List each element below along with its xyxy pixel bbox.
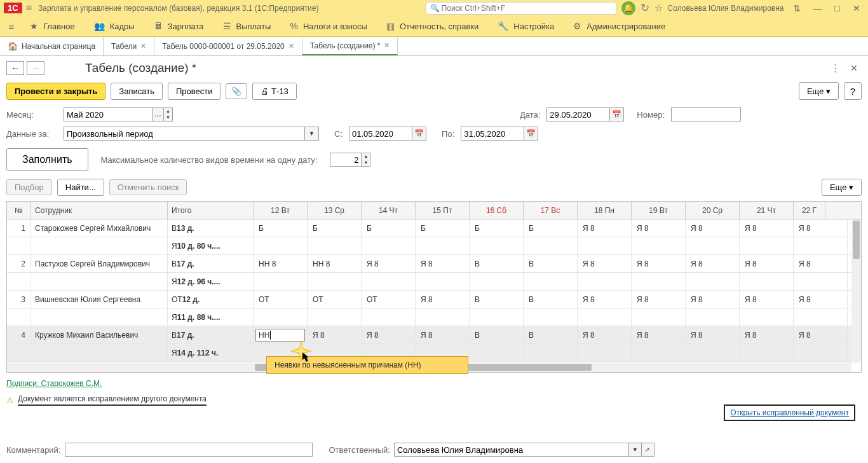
minimize-button[interactable]: — [810,3,826,13]
day-cell[interactable]: Я 8 [686,255,740,272]
filter-icon[interactable]: ⇅ [789,3,804,13]
vertical-scrollbar[interactable] [851,219,861,363]
employee-cell[interactable]: Кружков Михаил Васильевич [31,326,168,343]
day-cell[interactable]: В [524,326,578,343]
responsible-input[interactable] [394,443,629,457]
day-cell[interactable]: Я 8 [362,326,416,343]
col-employee[interactable]: Сотрудник [31,202,168,219]
month-spin[interactable]: ▲▼ [164,107,173,121]
month-picker-button[interactable]: ... [153,107,164,121]
tab-tabel-doc[interactable]: Табель 0000-000001 от 29.05.2020✕ [154,37,302,55]
day-cell[interactable]: НН 8 [254,255,308,272]
comment-input[interactable] [65,443,313,457]
search-input[interactable] [431,4,602,13]
number-input[interactable] [671,107,741,121]
day-cell[interactable]: НН 8 [308,255,362,272]
bell-icon[interactable]: 🔔 [621,1,635,15]
post-button[interactable]: Провести [168,83,221,100]
col-day[interactable]: 22 Г [794,202,825,219]
menu-admin[interactable]: ⚙Администрирование [564,16,675,36]
day-cell[interactable]: В [470,255,524,272]
day-cell[interactable]: Я 8 [578,326,632,343]
calendar-icon[interactable]: 📅 [610,107,624,121]
select-button[interactable]: Подбор [6,179,52,195]
global-search[interactable]: 🔍 [426,2,616,15]
tab-home[interactable]: 🏠Начальная страница [0,37,104,55]
col-day[interactable]: 14 Чт [362,202,416,219]
menu-nalogi[interactable]: %Налоги и взносы [280,16,377,36]
close-doc-button[interactable]: ✕ [850,63,858,73]
col-day[interactable]: 21 Чт [740,202,794,219]
menu-nastroika[interactable]: 🔧Настройка [488,16,564,36]
menu-zarplata[interactable]: 🖩Зарплата [144,16,214,36]
table-row[interactable]: Я 12 д. 96 ч.... [7,273,861,291]
current-user[interactable]: Соловьева Юлия Владимировна [668,4,784,13]
day-cell-editing[interactable]: НН [254,326,308,343]
close-icon[interactable]: ✕ [140,42,146,50]
cancel-search-button[interactable]: Отменить поиск [109,179,187,195]
day-cell[interactable]: Б [470,219,524,237]
col-day[interactable]: 15 Пт [416,202,470,219]
star-icon[interactable]: ☆ [654,3,663,14]
open-corrected-link[interactable]: Открыть исправленный документ [730,408,849,417]
day-cell[interactable]: В [470,291,524,308]
help-button[interactable]: ? [844,82,862,100]
max-types-input[interactable] [330,153,362,167]
signatures-link[interactable]: Подписи: Старокожев С.М. [6,379,102,388]
col-total[interactable]: Итого [168,202,254,219]
day-cell[interactable]: Я 8 [794,291,848,308]
maximize-button[interactable]: □ [831,3,844,13]
day-cell[interactable]: Я 8 [794,219,848,237]
menu-main[interactable]: ★Главное [20,16,85,36]
attach-button[interactable]: 📎 [226,83,247,99]
calendar-icon[interactable]: 📅 [412,127,426,141]
to-input[interactable] [461,127,524,141]
calendar-icon[interactable]: 📅 [524,127,538,141]
tab-tabel-new[interactable]: Табель (создание) *✕ [302,37,398,55]
day-cell[interactable]: В [524,255,578,272]
dropdown-icon[interactable]: ▼ [305,127,319,141]
day-cell[interactable]: Б [416,219,470,237]
day-cell[interactable]: Б [254,219,308,237]
day-cell[interactable]: В [470,326,524,343]
day-cell[interactable]: ОТ [362,291,416,308]
post-close-button[interactable]: Провести и закрыть [6,83,105,100]
nav-fwd-button[interactable]: → [27,61,44,75]
more-button[interactable]: Еще ▾ [822,179,862,196]
history-icon[interactable]: ↻ [641,1,649,15]
write-button[interactable]: Записать [111,83,163,100]
max-types-spin[interactable]: ▲▼ [362,153,370,167]
day-cell[interactable]: Я 8 [686,219,740,237]
day-cell[interactable]: Б [308,219,362,237]
open-ref-icon[interactable]: ↗ [642,443,654,457]
menu-kadry[interactable]: 👥Кадры [85,16,144,36]
col-day[interactable]: 13 Ср [308,202,362,219]
day-cell[interactable]: Я 8 [740,291,794,308]
table-row[interactable]: 3Вишневская Юлия СергеевнаОТ 12 д.ОТОТОТ… [7,291,861,308]
day-cell[interactable]: Я 8 [362,255,416,272]
day-cell[interactable]: Б [362,219,416,237]
employee-cell[interactable]: Пастухов Сергей Владимирович [31,255,168,272]
day-cell[interactable]: Я 8 [686,326,740,343]
col-day[interactable]: 20 Ср [686,202,740,219]
day-cell[interactable]: ОТ [308,291,362,308]
table-row[interactable]: Я 11 д. 88 ч.... [7,308,861,326]
burger-icon[interactable]: ≡ [26,3,32,14]
day-cell[interactable]: Я 8 [416,291,470,308]
col-day[interactable]: 17 Вс [524,202,578,219]
employee-cell[interactable]: Старокожев Сергей Михайлович [31,219,168,237]
day-cell[interactable]: В [524,291,578,308]
table-row[interactable]: 2Пастухов Сергей ВладимировичВ 17 д.НН 8… [7,255,861,273]
menu-vyplaty[interactable]: ☰Выплаты [214,16,281,36]
nav-back-button[interactable]: ← [6,61,24,75]
day-cell[interactable]: Я 8 [632,326,686,343]
menu-burger-icon[interactable]: ≡ [3,21,20,32]
day-cell[interactable]: Я 8 [794,326,848,343]
day-cell[interactable]: Я 8 [686,291,740,308]
day-cell[interactable]: Я 8 [578,255,632,272]
from-input[interactable] [349,127,412,141]
menu-otchet[interactable]: ▥Отчетность, справки [377,16,488,36]
day-cell[interactable]: Я 8 [632,219,686,237]
day-cell[interactable]: Я 8 [740,326,794,343]
col-day[interactable]: 12 Вт [254,202,308,219]
